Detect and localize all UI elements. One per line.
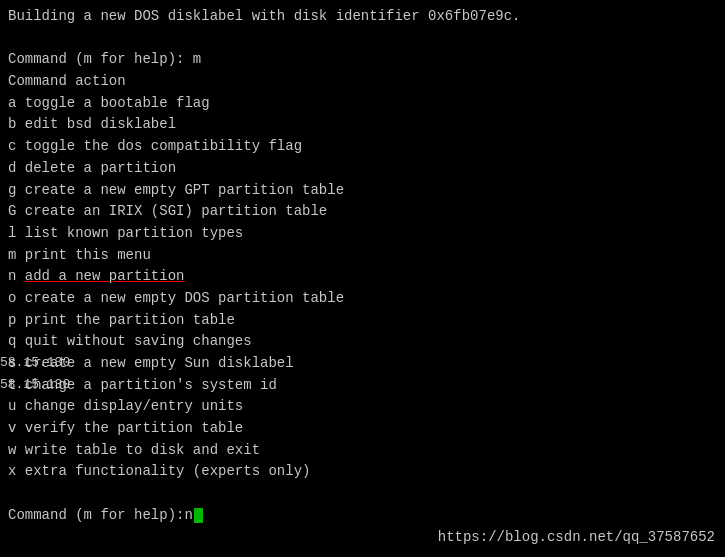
line-6-b: b edit bsd disklabel [8, 114, 717, 136]
line-3-command: Command (m for help): m [8, 49, 717, 71]
prompt-input-n: n [184, 505, 192, 527]
line-14-o: o create a new empty DOS partition table [8, 288, 717, 310]
ip-label-1: 58.15.130 [0, 353, 70, 373]
line-7-c: c toggle the dos compatibility flag [8, 136, 717, 158]
blog-url[interactable]: https://blog.csdn.net/qq_37587652 [438, 529, 715, 545]
bottom-url-bar: https://blog.csdn.net/qq_37587652 [438, 527, 715, 549]
line-8-d: d delete a partition [8, 158, 717, 180]
line-24-prompt[interactable]: Command (m for help): n [8, 505, 717, 527]
line-4-action: Command action [8, 71, 717, 93]
line-1: Building a new DOS disklabel with disk i… [8, 6, 717, 28]
line-12-m: m print this menu [8, 245, 717, 267]
prompt-text: Command (m for help): [8, 505, 184, 527]
line-17-s: 58.15.130 s create a new empty Sun diskl… [8, 353, 717, 375]
line-20-v: v verify the partition table [8, 418, 717, 440]
line-18-t: 58.15.130 t change a partition's system … [8, 375, 717, 397]
line-21-w: w write table to disk and exit [8, 440, 717, 462]
line-19-u: u change display/entry units [8, 396, 717, 418]
n-underline-text: add a new partition [25, 268, 185, 284]
line-23-blank [8, 483, 717, 505]
line-13-n: n add a new partition [8, 266, 717, 288]
line-5-a: a toggle a bootable flag [8, 93, 717, 115]
ip-label-2: 58.15.130 [0, 375, 70, 395]
line-10-G: G create an IRIX (SGI) partition table [8, 201, 717, 223]
line-9-g: g create a new empty GPT partition table [8, 180, 717, 202]
line-2-blank [8, 28, 717, 50]
line-22-x: x extra functionality (experts only) [8, 461, 717, 483]
line-15-p: p print the partition table [8, 310, 717, 332]
line-16-q: q quit without saving changes [8, 331, 717, 353]
line-11-l: l list known partition types [8, 223, 717, 245]
cursor [194, 508, 203, 523]
